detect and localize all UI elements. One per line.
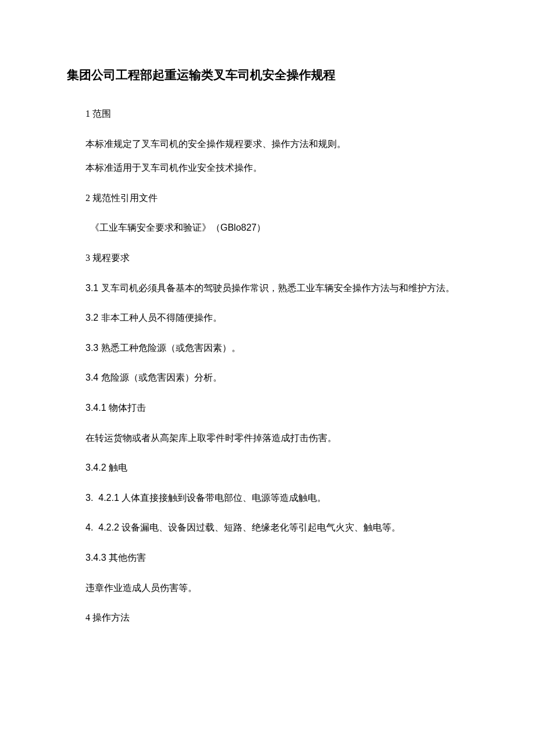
clause-number: 3.1 — [85, 283, 101, 293]
body-text: 3.2 非本工种人员不得随便操作。 — [67, 310, 468, 325]
text-run: 危险源（或危害因素）分析。 — [101, 372, 222, 382]
subsection-heading: 3.4.2 触电 — [67, 460, 468, 475]
document-title: 集团公司工程部起重运输类叉车司机安全操作规程 — [67, 67, 468, 83]
text-run: 人体直接接触到设备带电部位、电源等造成触电。 — [122, 493, 326, 503]
document-page: 集团公司工程部起重运输类叉车司机安全操作规程 1 范围 本标准规定了叉车司机的安… — [0, 0, 535, 675]
clause-number: 3.3 — [85, 343, 101, 353]
subsection-heading: 3.4.3 其他伤害 — [67, 550, 468, 565]
text-run: 《工业车辆安全要求和验证》（ — [90, 223, 220, 232]
body-text: 本标准适用于叉车司机作业安全技术操作。 — [67, 160, 468, 175]
body-text: 在转运货物或者从高架库上取零件时零件掉落造成打击伤害。 — [67, 431, 468, 446]
text-run: 设备漏电、设备因过载、短路、绝缘老化等引起电气火灾、触电等。 — [122, 522, 401, 532]
text-run: 物体打击 — [109, 403, 146, 413]
clause-number: 3.4.3 — [85, 553, 109, 562]
section-heading-operation: 4 操作方法 — [67, 610, 468, 625]
body-text: 4. 4.2.2 设备漏电、设备因过载、短路、绝缘老化等引起电气火灾、触电等。 — [67, 520, 468, 535]
clause-number: 3.4.2 — [85, 463, 109, 472]
clause-number: 3.2 — [85, 313, 101, 323]
text-run: 非本工种人员不得随便操作。 — [101, 313, 222, 323]
text-run: 触电 — [109, 463, 127, 472]
body-text: 违章作业造成人员伤害等。 — [67, 581, 468, 596]
clause-number: 3.4.1 — [85, 403, 109, 413]
text-run: ） — [256, 223, 266, 232]
subsection-heading: 3.4.1 物体打击 — [67, 400, 468, 415]
clause-number: 3.4 — [85, 372, 101, 382]
section-heading-references: 2 规范性引用文件 — [67, 191, 468, 206]
text-run: 熟悉工种危险源（或危害因素）。 — [101, 343, 241, 353]
text-run: 其他伤害 — [109, 553, 146, 562]
section-heading-requirements: 3 规程要求 — [67, 250, 468, 266]
body-text: 3.3 熟悉工种危险源（或危害因素）。 — [67, 341, 468, 356]
body-text: 3.1 叉车司机必须具备基本的驾驶员操作常识，熟悉工业车辆安全操作方法与和维护方… — [67, 281, 468, 296]
body-text: 《工业车辆安全要求和验证》（GBlo827） — [67, 220, 468, 235]
body-text: 3.4 危险源（或危害因素）分析。 — [67, 370, 468, 385]
body-text: 本标准规定了叉车司机的安全操作规程要求、操作方法和规则。 — [67, 137, 468, 152]
section-heading-scope: 1 范围 — [67, 106, 468, 121]
body-text: 3. 4.2.1 人体直接接触到设备带电部位、电源等造成触电。 — [67, 490, 468, 506]
clause-number: 3. 4.2.1 — [85, 493, 122, 503]
clause-number: 4. 4.2.2 — [85, 522, 122, 532]
text-run: 叉车司机必须具备基本的驾驶员操作常识，熟悉工业车辆安全操作方法与和维护方法。 — [101, 283, 455, 293]
reference-code: GBlo827 — [220, 223, 256, 232]
